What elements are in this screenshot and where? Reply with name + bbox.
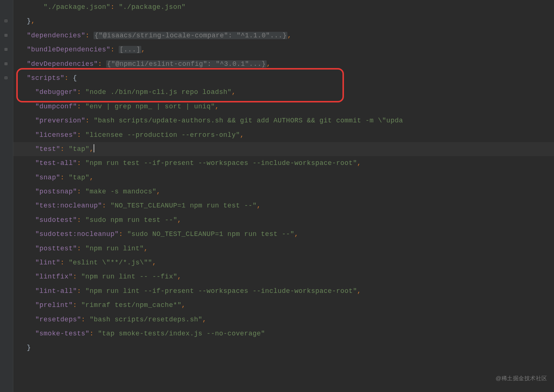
token-str: "env | grep npm_ | sort | uniq" xyxy=(85,103,215,110)
code-line[interactable]: "postsnap": "make -s mandocs", xyxy=(18,185,554,199)
token-key: "devDependencies" xyxy=(27,60,98,68)
token-str: "npm run test --if-present --workspaces … xyxy=(85,159,357,167)
token-fold: {"@npmcli/eslint-config": "^3.0.1"...} xyxy=(106,60,266,68)
code-line[interactable]: "lint-all": "npm run lint --if-present -… xyxy=(18,284,554,298)
token-punc: , xyxy=(156,188,161,195)
token-punc: , xyxy=(178,216,182,224)
token-punc: , xyxy=(232,88,236,96)
token-punc: : xyxy=(77,88,85,96)
token-brace: { xyxy=(73,74,77,82)
code-line[interactable]: "test": "tap", xyxy=(18,142,554,156)
code-line[interactable]: "test-all": "npm run test --if-present -… xyxy=(18,156,554,170)
token-str: "./package.json" xyxy=(119,3,186,11)
token-punc: , xyxy=(89,145,94,153)
editor-gutter: ⊟⊞⊞⊞⊟ xyxy=(0,0,13,392)
code-line[interactable]: "./package.json": "./package.json" xyxy=(18,0,554,14)
token-str: "./package.json" xyxy=(44,3,111,11)
token-str: "sudo npm run test --" xyxy=(85,216,178,224)
token-punc: : xyxy=(77,103,85,110)
fold-collapse-icon[interactable]: ⊟ xyxy=(3,18,9,24)
token-punc: , xyxy=(152,259,156,266)
token-str: "tap smoke-tests/index.js --no-coverage" xyxy=(98,330,265,337)
token-str: "tap" xyxy=(69,145,90,153)
token-punc: : xyxy=(111,46,119,53)
code-line[interactable]: "prelint": "rimraf test/npm_cache*", xyxy=(18,298,554,312)
token-punc: : xyxy=(102,202,111,209)
token-key: "test-all" xyxy=(35,159,77,167)
code-line[interactable]: "licenses": "licensee --production --err… xyxy=(18,128,554,142)
token-punc: : xyxy=(111,3,119,11)
token-key: "lint" xyxy=(35,259,60,266)
code-line[interactable]: "snap": "tap", xyxy=(18,170,554,185)
text-cursor xyxy=(94,144,94,152)
token-punc: , xyxy=(141,46,145,53)
code-area[interactable]: "./package.json": "./package.json" }, "d… xyxy=(13,0,554,355)
token-key: "smoke-tests" xyxy=(35,330,89,337)
fold-expand-icon[interactable]: ⊞ xyxy=(3,33,9,38)
token-punc: , xyxy=(202,316,206,323)
token-punc: : xyxy=(77,245,85,252)
token-key: "bundleDependencies" xyxy=(27,46,111,53)
token-key: "test:nocleanup" xyxy=(35,202,102,209)
token-punc: , xyxy=(267,60,271,68)
token-key: "sudotest" xyxy=(35,216,77,224)
code-line[interactable]: "posttest": "npm run lint", xyxy=(18,241,554,256)
code-line[interactable]: "scripts": { xyxy=(18,71,554,85)
token-key: "preversion" xyxy=(35,117,85,124)
code-line[interactable]: "preversion": "bash scripts/update-autho… xyxy=(18,114,554,128)
token-fold: {"@isaacs/string-locale-compare": "^1.1.… xyxy=(94,32,287,39)
code-line[interactable]: "lintfix": "npm run lint -- --fix", xyxy=(18,270,554,284)
fold-expand-icon[interactable]: ⊞ xyxy=(3,47,9,53)
token-punc: , xyxy=(178,273,182,280)
token-punc: : xyxy=(60,174,69,181)
token-key: "scripts" xyxy=(27,74,65,82)
token-punc: : xyxy=(119,230,127,238)
code-line[interactable]: "resetdeps": "bash scripts/resetdeps.sh"… xyxy=(18,312,554,327)
code-line[interactable]: }, xyxy=(18,14,554,28)
fold-expand-icon[interactable]: ⊞ xyxy=(3,61,9,67)
token-punc: , xyxy=(144,245,148,252)
token-punc: , xyxy=(287,32,291,39)
code-line[interactable]: "smoke-tests": "tap smoke-tests/index.js… xyxy=(18,327,554,341)
token-punc: : xyxy=(77,216,85,224)
code-line[interactable]: "dumpconf": "env | grep npm_ | sort | un… xyxy=(18,99,554,114)
token-punc: , xyxy=(240,131,244,139)
token-key: "prelint" xyxy=(35,301,73,309)
code-line[interactable]: "devDependencies": {"@npmcli/eslint-conf… xyxy=(18,57,554,71)
code-line[interactable]: "debugger": "node ./bin/npm-cli.js repo … xyxy=(18,85,554,99)
token-punc: : xyxy=(77,287,85,295)
token-punc: , xyxy=(182,301,186,309)
token-punc: : xyxy=(98,60,107,68)
token-str: "npm run lint -- --fix" xyxy=(81,273,178,280)
code-line[interactable]: "bundleDependencies": [...], xyxy=(18,43,554,57)
code-line[interactable]: "test:nocleanup": "NO_TEST_CLEANUP=1 npm… xyxy=(18,199,554,213)
token-key: "postsnap" xyxy=(35,188,77,195)
token-punc: : xyxy=(73,273,81,280)
token-punc: : xyxy=(64,74,73,82)
token-key: "dependencies" xyxy=(27,32,85,39)
fold-collapse-icon[interactable]: ⊟ xyxy=(3,75,9,81)
token-str: "npm run lint --if-present --workspaces … xyxy=(85,287,357,295)
token-punc: : xyxy=(89,330,98,337)
code-line[interactable]: "sudotest": "sudo npm run test --", xyxy=(18,213,554,227)
token-punc: : xyxy=(73,301,81,309)
token-str: "node ./bin/npm-cli.js repo loadsh" xyxy=(85,88,232,96)
code-line[interactable]: } xyxy=(18,341,554,355)
code-line[interactable]: "lint": "eslint \"**/*.js\"", xyxy=(18,256,554,270)
token-punc: , xyxy=(89,174,94,181)
token-punc: , xyxy=(294,230,298,238)
token-punc: : xyxy=(77,188,85,195)
token-punc: , xyxy=(357,287,361,295)
token-brace: } xyxy=(27,344,31,351)
code-line[interactable]: "dependencies": {"@isaacs/string-locale-… xyxy=(18,28,554,43)
token-punc: : xyxy=(60,145,69,153)
token-punc: , xyxy=(357,159,361,167)
token-punc: : xyxy=(77,131,85,139)
token-key: "snap" xyxy=(35,174,60,181)
token-str: "licensee --production --errors-only" xyxy=(85,131,240,139)
token-key: "dumpconf" xyxy=(35,103,77,110)
token-punc: , xyxy=(31,17,35,25)
code-line[interactable]: "sudotest:nocleanup": "sudo NO_TEST_CLEA… xyxy=(18,227,554,241)
token-str: "eslint \"**/*.js\"" xyxy=(69,259,152,266)
token-punc: , xyxy=(257,202,261,209)
